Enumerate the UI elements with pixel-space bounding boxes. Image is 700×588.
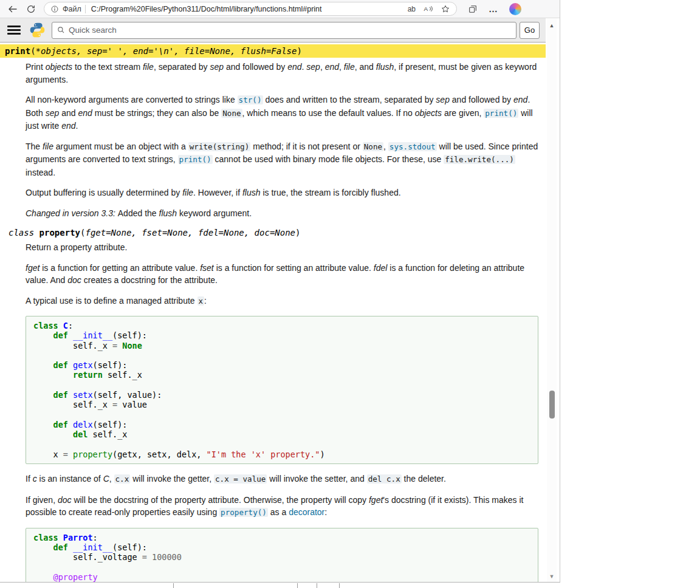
refresh-button[interactable] — [22, 1, 40, 17]
code-line — [33, 410, 530, 420]
code-block-parrot-example: class Parrot: def __init__(self): self._… — [26, 528, 538, 582]
code-token: = — [142, 552, 147, 562]
text-segment: ) — [297, 46, 301, 56]
code-token: self._x — [103, 370, 142, 380]
print-signature: print(*objects, sep=' ', end='\n', file=… — [0, 44, 546, 58]
doc-link[interactable]: print() — [484, 109, 518, 118]
translate-icon[interactable]: ab — [408, 5, 416, 13]
text-segment: will be the docstring of the property at… — [72, 495, 369, 505]
text-segment: and followed by — [450, 95, 513, 104]
doc-link[interactable]: property() — [219, 508, 268, 517]
code-token: (getx, setx, delx, — [112, 450, 206, 459]
version-changed-note: Changed in version 3.3: Added the flush … — [26, 207, 538, 220]
code-token: def — [53, 420, 68, 429]
code-token — [33, 390, 53, 400]
code-line: def __init__(self): — [33, 542, 530, 552]
code-token: class — [33, 533, 58, 542]
print-description: Print objects to the text stream file, s… — [26, 61, 538, 219]
text-segment: sep — [210, 62, 224, 72]
text-segment: , — [383, 142, 388, 151]
text-segment: objects — [415, 108, 442, 118]
code-token — [58, 533, 63, 542]
refresh-icon — [26, 4, 36, 14]
code-line — [33, 562, 530, 572]
copilot-icon[interactable] — [509, 3, 521, 15]
text-segment: Return a property attribute. — [26, 242, 127, 252]
text-segment: and followed by — [224, 62, 287, 72]
code-token — [68, 542, 73, 552]
code-token: property — [73, 450, 112, 459]
menu-hamburger-icon[interactable] — [7, 26, 21, 35]
back-button[interactable] — [4, 1, 22, 17]
code-token — [33, 420, 53, 429]
code-block-property-example: class C: def __init__(self): self._x = N… — [26, 316, 538, 464]
text-segment: sep — [436, 95, 450, 104]
paragraph: Print objects to the text stream file, s… — [26, 61, 538, 86]
text-segment: is a function for setting an attribute v… — [214, 263, 374, 273]
code-token: del — [73, 429, 88, 439]
doc-link[interactable]: decorator — [289, 507, 324, 517]
text-segment: sep — [306, 62, 320, 72]
code-token — [33, 330, 53, 340]
code-token: = — [112, 400, 117, 409]
browser-toolbar: Файл C:/Program%20Files/Python311/Doc/ht… — [0, 0, 560, 18]
doc-link[interactable]: print() — [178, 155, 213, 164]
text-segment: file — [344, 62, 355, 72]
text-segment: fget — [369, 495, 383, 505]
code-token: C — [63, 321, 68, 330]
text-segment: sep — [46, 108, 60, 118]
protocol-label: Файл — [63, 5, 81, 13]
go-button[interactable]: Go — [520, 22, 540, 39]
text-segment: creates a docstring for the attribute. — [81, 275, 218, 285]
info-icon[interactable] — [50, 5, 59, 13]
paragraph: The file argument must be an object with… — [26, 140, 538, 179]
text-segment: fdel — [374, 263, 388, 273]
code-token: None — [122, 341, 142, 350]
scroll-down-arrow-icon[interactable]: ▼ — [547, 573, 557, 579]
text-segment: write(string) — [188, 142, 251, 151]
scroll-up-arrow-icon[interactable]: ▲ — [547, 22, 557, 29]
search-box[interactable] — [52, 22, 516, 39]
text-segment: , which means to use the default values.… — [242, 108, 415, 118]
text-segment: The — [26, 142, 43, 151]
browser-window: Файл C:/Program%20Files/Python311/Doc/ht… — [0, 0, 560, 588]
code-token: self._x — [33, 400, 112, 409]
url-text[interactable]: C:/Program%20Files/Python311/Doc/html/li… — [91, 5, 400, 13]
text-segment: must be strings; they can also be — [92, 108, 221, 118]
text-segment: class — [9, 228, 39, 238]
paragraph: fget is a function for getting an attrib… — [26, 262, 538, 287]
code-token: (self): — [112, 542, 147, 552]
text-segment: objects — [46, 62, 72, 72]
docs-content: print(*objects, sep=' ', end='\n', file=… — [0, 43, 546, 582]
doc-link[interactable]: str() — [238, 95, 263, 104]
search-input[interactable] — [65, 26, 516, 35]
text-segment: property — [39, 228, 80, 238]
python-logo[interactable] — [29, 22, 46, 38]
address-bar[interactable]: Файл C:/Program%20Files/Python311/Doc/ht… — [44, 2, 457, 16]
code-token: x — [33, 450, 63, 459]
doc-link[interactable]: sys.stdout — [388, 142, 437, 151]
code-token: class — [33, 321, 58, 330]
text-segment: keyword argument. — [177, 208, 252, 218]
text-segment: C — [103, 474, 109, 484]
text-segment: to the text stream — [72, 62, 143, 72]
text-segment: argument must be an object with a — [53, 142, 188, 151]
code-token: ) — [320, 450, 324, 459]
text-segment: . — [75, 121, 78, 131]
code-token — [33, 572, 53, 582]
paragraph: All non-keyword arguments are converted … — [26, 94, 538, 132]
vertical-scrollbar[interactable]: ▲ ▼ — [547, 19, 557, 582]
text-segment: flush — [242, 188, 261, 197]
code-token: (self): — [93, 360, 128, 370]
code-token: delx — [73, 420, 93, 429]
text-segment: x — [197, 296, 205, 306]
collections-icon[interactable] — [468, 4, 478, 14]
scroll-thumb[interactable] — [549, 391, 555, 419]
text-segment: , — [109, 474, 114, 484]
code-line: def setx(self, value): — [33, 390, 530, 400]
favorites-star-icon[interactable] — [441, 4, 450, 14]
text-segment: file.write(...) — [444, 155, 515, 164]
more-menu-icon[interactable]: … — [489, 6, 498, 12]
code-token: self._x — [33, 341, 112, 350]
read-aloud-icon[interactable]: A — [423, 4, 433, 14]
